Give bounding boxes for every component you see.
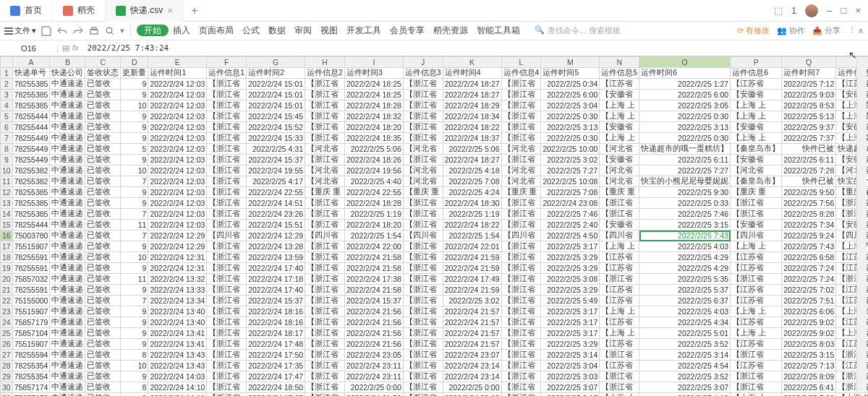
cell[interactable]: 11 bbox=[121, 274, 148, 285]
cell[interactable]: 【浙江省 bbox=[501, 371, 541, 382]
cell[interactable]: 【浙江省 bbox=[501, 317, 541, 328]
doc-tab[interactable]: 稻壳 bbox=[53, 0, 106, 22]
cell[interactable]: 2022/2/24 17:40 bbox=[247, 263, 305, 274]
cell[interactable]: 78255444 bbox=[12, 111, 50, 122]
cell[interactable]: 【浙江省 bbox=[305, 382, 345, 393]
cell[interactable]: 78255591 bbox=[12, 263, 50, 274]
cell[interactable]: 2022/2/25 7:13 bbox=[782, 361, 836, 371]
cell[interactable]: 【上海 上 bbox=[731, 100, 782, 111]
cell[interactable]: 【浙江省 bbox=[731, 209, 782, 220]
cell[interactable]: 2022/2/24 23:08 bbox=[541, 198, 600, 209]
col-header[interactable]: E bbox=[148, 57, 207, 68]
header-cell[interactable]: 运件信息2 bbox=[305, 68, 345, 79]
cell[interactable]: 【浙江省 bbox=[305, 296, 345, 306]
cell[interactable]: 2022/2/25 5:49 bbox=[541, 296, 600, 306]
cell[interactable]: 2022/2/25 3:29 bbox=[541, 285, 600, 296]
cell[interactable]: 2022/2/25 4:03 bbox=[639, 306, 731, 317]
cell[interactable]: 2022/2/24 18:37 bbox=[443, 133, 501, 144]
row-header[interactable]: 8 bbox=[1, 144, 13, 155]
formula-input[interactable]: 2022/2/25 7:43:24 bbox=[83, 43, 868, 53]
cell[interactable]: 【浙江省 bbox=[305, 393, 345, 397]
cell[interactable]: 【浙江省 bbox=[305, 306, 345, 317]
cell[interactable]: 【浙江省 bbox=[207, 90, 247, 100]
cell[interactable]: 2022/2/24 21:59 bbox=[344, 393, 403, 397]
cell[interactable]: 【河北省 bbox=[501, 144, 541, 155]
cell[interactable]: 【浙江省 bbox=[207, 339, 247, 350]
cell[interactable]: 中通速递 bbox=[50, 100, 85, 111]
cell[interactable]: 【浙江省 bbox=[403, 274, 443, 285]
tabmode-icon[interactable]: 1 bbox=[791, 5, 796, 16]
cell[interactable]: 2022/2/24 17:50 bbox=[247, 350, 305, 361]
col-header[interactable]: F bbox=[207, 57, 247, 68]
header-cell[interactable]: 签收状态 bbox=[85, 68, 121, 79]
cell[interactable]: 【上海 上 bbox=[731, 111, 782, 122]
cell[interactable]: 2022/2/25 0:00 bbox=[344, 382, 403, 393]
cell[interactable]: 2022/2/25 5:06 bbox=[344, 144, 403, 155]
cell[interactable]: 【浙江省 bbox=[731, 274, 782, 285]
cell[interactable]: 【江苏省 bbox=[600, 361, 639, 371]
cell[interactable]: 2022/2/24 17:35 bbox=[247, 361, 305, 371]
cell[interactable]: 【浙江省 bbox=[403, 79, 443, 90]
cell[interactable]: 已签收 bbox=[85, 241, 121, 252]
cell[interactable]: 【浙江省 bbox=[403, 328, 443, 339]
cell[interactable]: 快件已被 bbox=[782, 176, 836, 187]
cell[interactable]: 【浙江省 bbox=[600, 350, 639, 361]
cell[interactable]: 【浙江省 bbox=[305, 361, 345, 371]
cell[interactable]: 2022/2/25 4:19 bbox=[639, 393, 731, 397]
cell[interactable]: 2022/2/25 4:31 bbox=[247, 144, 305, 155]
cell[interactable]: 10 bbox=[121, 100, 148, 111]
cell[interactable]: 【浙江省 bbox=[403, 371, 443, 382]
cell[interactable]: 【四川省 bbox=[731, 231, 782, 241]
cell[interactable]: 【安徽省 bbox=[731, 220, 782, 231]
cell[interactable]: 【浙江省 bbox=[501, 209, 541, 220]
cell[interactable]: 【河北省 bbox=[305, 176, 345, 187]
cell[interactable]: 已签收 bbox=[85, 296, 121, 306]
cell[interactable]: 中通速递 bbox=[50, 176, 85, 187]
cell[interactable]: 2022/2/25 4:29 bbox=[639, 252, 731, 263]
row-header[interactable]: 20 bbox=[1, 274, 13, 285]
cell[interactable]: 【浙江省 bbox=[305, 155, 345, 165]
cell[interactable]: 【浙江省 bbox=[207, 306, 247, 317]
cell[interactable]: 9 bbox=[121, 187, 148, 198]
cell[interactable]: 【浙江省 bbox=[501, 122, 541, 133]
cell[interactable]: 78255354 bbox=[12, 371, 50, 382]
cell[interactable]: 【安徽省 bbox=[600, 90, 639, 100]
cell[interactable]: 2022/2/24 22:55 bbox=[344, 187, 403, 198]
cell[interactable]: 已签收 bbox=[85, 252, 121, 263]
cell[interactable]: 【浙江省 bbox=[403, 350, 443, 361]
cell[interactable]: 2022/2/24 13:43 bbox=[148, 361, 207, 371]
cell[interactable]: 中通速递 bbox=[50, 133, 85, 144]
cell[interactable]: 中通速递 bbox=[50, 209, 85, 220]
cell[interactable]: 78255385 bbox=[12, 100, 50, 111]
cell[interactable]: 2022/2/24 21:59 bbox=[443, 285, 501, 296]
cell[interactable]: 中通速递 bbox=[50, 263, 85, 274]
cell[interactable]: 10 bbox=[121, 361, 148, 371]
cell[interactable]: 2022/2/25 7:51 bbox=[782, 296, 836, 306]
cell[interactable]: 2022/2/25 7:43 bbox=[639, 231, 731, 241]
col-header[interactable]: G bbox=[247, 57, 305, 68]
cell[interactable]: 2022/2/25 7:08 bbox=[541, 187, 600, 198]
row-header[interactable]: 24 bbox=[1, 317, 13, 328]
cell[interactable]: 2022/2/24 17:40 bbox=[247, 285, 305, 296]
ribbon-tab[interactable]: 页面布局 bbox=[195, 25, 238, 35]
cell[interactable]: 2022/2/25 0:00 bbox=[443, 382, 501, 393]
cell[interactable]: 中通速递 bbox=[50, 198, 85, 209]
cell[interactable]: 【浙江省 bbox=[501, 274, 541, 285]
cell[interactable]: 2022/2/25 0:30 bbox=[541, 133, 600, 144]
cell[interactable]: 【重庆 重 bbox=[403, 187, 443, 198]
cell[interactable]: 2022/2/25 7:46 bbox=[541, 209, 600, 220]
cell[interactable]: 【浙江省 bbox=[403, 317, 443, 328]
cell[interactable]: 2022/2/24 19:56 bbox=[344, 165, 403, 176]
cell[interactable]: 2022/2/25 3:29 bbox=[541, 252, 600, 263]
cell[interactable]: 2022/2/25 8:28 bbox=[782, 209, 836, 220]
cell[interactable]: 【浙江省 bbox=[501, 133, 541, 144]
cell[interactable]: 2022/2/24 18:20 bbox=[344, 220, 403, 231]
cell[interactable]: 中通速递 bbox=[50, 122, 85, 133]
cell[interactable]: 2022/2/25 7:56 bbox=[782, 198, 836, 209]
cell[interactable]: 2022/2/24 12:03 bbox=[148, 187, 207, 198]
cell[interactable]: 2022/2/24 15:01 bbox=[247, 100, 305, 111]
cell[interactable]: 2022/2/25 3:02 bbox=[443, 296, 501, 306]
col-header[interactable]: K bbox=[443, 57, 501, 68]
cell[interactable]: 5 bbox=[121, 144, 148, 155]
cell[interactable]: 2022/2/25 4:18 bbox=[443, 165, 501, 176]
